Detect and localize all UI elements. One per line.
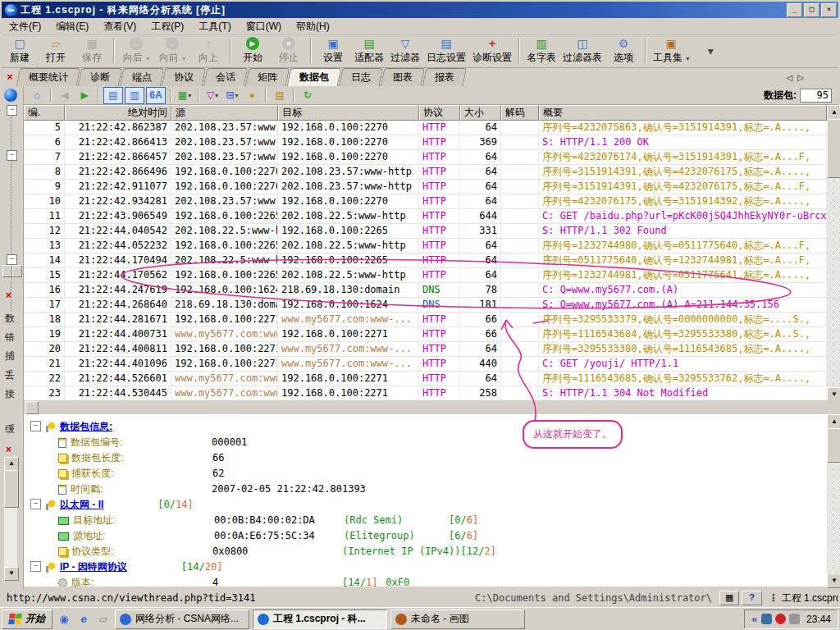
packet-row[interactable]: 721:22:42.866457202.108.23.57:www-http19…: [24, 150, 827, 165]
tab-报表[interactable]: 报表: [422, 68, 468, 86]
packet-options-icon[interactable]: ⊞▾: [223, 88, 241, 103]
toolbar-overflow-button[interactable]: ▾: [692, 35, 728, 66]
settings-button[interactable]: ▣设置: [315, 35, 351, 66]
collapse-box-icon[interactable]: −: [30, 561, 41, 572]
menu-item[interactable]: 工具(T): [191, 18, 238, 35]
packet-row[interactable]: 621:22:42.866413202.108.23.57:www-http19…: [24, 135, 827, 150]
help-icon[interactable]: ?: [742, 591, 761, 605]
lock-icon[interactable]: ●: [243, 88, 261, 103]
decode-section-row[interactable]: −IP - 因特网协议[14/20]: [24, 559, 827, 575]
media-player-icon[interactable]: ◉: [56, 611, 72, 628]
packet-row[interactable]: 1321:22:44.052232192.168.0.100:2265202.1…: [24, 239, 827, 253]
keyboard-icon[interactable]: ▦: [719, 591, 739, 605]
column-header-proto[interactable]: 协议: [419, 105, 460, 121]
strip-button[interactable]: [12, 265, 22, 277]
log-settings-button[interactable]: ▤日志设置: [423, 35, 469, 66]
forward-button[interactable]: →向前 ▾: [154, 35, 190, 66]
prev-packet-icon[interactable]: ◀: [56, 88, 74, 103]
menu-item[interactable]: 工程(P): [144, 18, 191, 35]
column-header-decode[interactable]: 解码: [501, 105, 539, 121]
decode-section-row[interactable]: −数据包信息:: [24, 419, 827, 435]
menu-item[interactable]: 窗口(W): [239, 18, 289, 35]
up-button[interactable]: ↑向上: [190, 35, 226, 66]
decode-field-row[interactable]: 数据包编号:000001: [24, 435, 827, 450]
start-capture-button[interactable]: ▶开始: [235, 35, 271, 66]
tab-日志[interactable]: 日志: [339, 68, 384, 86]
column-header-dst[interactable]: 目标: [278, 105, 419, 121]
packet-row[interactable]: 1621:22:44.247619192.168.0.100:1624218.6…: [24, 283, 827, 298]
decode-field-row[interactable]: 捕获长度:62: [24, 466, 827, 482]
minimize-button[interactable]: _: [787, 3, 802, 17]
scrollbar-thumb[interactable]: [827, 428, 840, 463]
scroll-up-icon[interactable]: ▲: [827, 105, 840, 120]
filter-button[interactable]: ▽过滤器: [387, 35, 423, 66]
mail-icon[interactable]: ▱: [95, 611, 112, 628]
column-header-src[interactable]: 源: [171, 105, 278, 121]
scroll-down-icon[interactable]: ▼: [827, 573, 840, 588]
refresh-icon[interactable]: ↻: [299, 88, 317, 103]
collapse-box-icon[interactable]: −: [7, 254, 17, 265]
table-scrollbar[interactable]: ▲ ▼: [827, 105, 840, 400]
close-panel-icon[interactable]: ×: [6, 444, 11, 455]
decode-scrollbar[interactable]: ▲ ▼: [827, 414, 840, 587]
packet-row[interactable]: 1121:22:43.906549192.168.0.100:2265202.1…: [24, 209, 827, 224]
scroll-down-icon[interactable]: ▼: [4, 567, 19, 581]
column-header-time[interactable]: 绝对时间: [65, 105, 171, 121]
back-button[interactable]: ←向后 ▾: [118, 35, 154, 66]
collapse-box-icon[interactable]: −: [30, 421, 41, 431]
view-decode-icon[interactable]: ▥: [125, 87, 144, 104]
splitter-box[interactable]: [25, 401, 39, 414]
open-button[interactable]: ▱打开: [38, 35, 74, 66]
decode-field-row[interactable]: 时间戳:2007-02-05 21:22:42.801393: [24, 482, 827, 497]
decode-field-row[interactable]: 版本:4[14/1]0xF0: [24, 575, 827, 587]
decode-section-row[interactable]: −以太网 - II[0/14]: [24, 497, 827, 513]
decode-field-row[interactable]: 协议类型:0x0800(Internet IP (IPv4))[12/2]: [24, 544, 827, 559]
tab-诊断[interactable]: 诊断: [78, 68, 123, 86]
tab-协议[interactable]: 协议: [162, 68, 207, 86]
scroll-up-icon[interactable]: ▲: [827, 414, 840, 429]
packet-row[interactable]: 2221:22:44.526601www.my5677.com:www-...1…: [24, 372, 827, 386]
menu-item[interactable]: 文件(F): [2, 18, 48, 35]
make-report-icon[interactable]: ▤: [271, 88, 289, 103]
tab-概要统计[interactable]: 概要统计: [16, 68, 81, 86]
stop-capture-button[interactable]: ■停止: [271, 35, 307, 66]
add-filter-icon[interactable]: ▽▾: [203, 88, 221, 103]
packet-row[interactable]: 1021:22:42.934281202.108.23.57:www-http1…: [24, 194, 827, 209]
view-summary-icon[interactable]: ▤: [103, 87, 123, 104]
next-packet-icon[interactable]: ▶: [75, 88, 94, 103]
packet-row[interactable]: 1721:22:44.268640218.69.18.130:domain192…: [24, 298, 827, 313]
packet-row[interactable]: 1421:22:44.170494202.108.22.5:www-http19…: [24, 253, 827, 268]
tab-会话[interactable]: 会话: [203, 68, 249, 86]
packet-row[interactable]: 2021:22:44.400811192.168.0.100:2271www.m…: [24, 342, 827, 357]
maximize-button[interactable]: □: [804, 3, 819, 17]
diagnosis-settings-button[interactable]: +诊断设置: [469, 35, 515, 66]
column-header-size[interactable]: 大小: [460, 105, 501, 121]
strip-button[interactable]: [2, 265, 12, 277]
taskbar-task[interactable]: 未命名 - 画图: [390, 609, 525, 629]
collapse-box-icon[interactable]: −: [30, 499, 41, 509]
layout-icon[interactable]: ▦▾: [176, 88, 194, 103]
scroll-up-icon[interactable]: ▲: [4, 457, 19, 471]
filter-table-button[interactable]: ◫过滤器表: [559, 35, 605, 66]
scrollbar-thumb[interactable]: [827, 119, 840, 178]
new-button[interactable]: ▢新建: [2, 35, 38, 66]
tab-图表[interactable]: 图表: [381, 68, 426, 86]
toolset-button[interactable]: ▣工具集 ▾: [650, 35, 692, 66]
menu-item[interactable]: 查看(V): [96, 18, 144, 35]
menu-item[interactable]: 帮助(H): [289, 18, 337, 35]
packet-row[interactable]: 2321:22:44.530445www.my5677.com:www-...1…: [24, 386, 827, 400]
network-tray-icon[interactable]: [761, 614, 772, 624]
export-packets-icon[interactable]: ⌂: [28, 88, 46, 103]
decode-field-row[interactable]: 数据包长度:66: [24, 450, 827, 466]
column-header-summary[interactable]: 概要: [539, 105, 827, 121]
decode-field-row[interactable]: 源地址:00:0A:E6:75:5C:34(Elitegroup)[6/6]: [24, 528, 827, 544]
close-panel-icon[interactable]: ×: [6, 290, 11, 301]
packet-row[interactable]: 521:22:42.862387202.108.23.57:www-http19…: [24, 121, 827, 135]
packet-row[interactable]: 921:22:42.911077192.168.0.100:2270202.10…: [24, 180, 827, 194]
column-header-no[interactable]: 编.: [24, 105, 65, 121]
save-button[interactable]: ▦保存: [74, 35, 110, 66]
packet-row[interactable]: 1921:22:44.400731www.my5677.com:www-...1…: [24, 327, 827, 342]
packet-row[interactable]: 1521:22:44.170562192.168.0.100:2265202.1…: [24, 268, 827, 283]
ie-icon[interactable]: e: [75, 611, 92, 628]
close-view-icon[interactable]: ×: [2, 71, 18, 83]
